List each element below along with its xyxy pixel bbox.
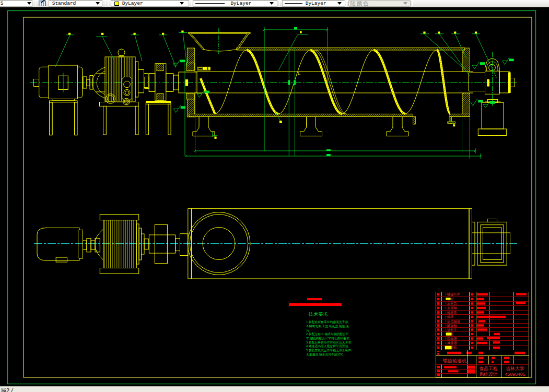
svg-text:轴承: 轴承	[447, 315, 453, 319]
svg-text:螺旋轴: 螺旋轴	[447, 324, 457, 328]
svg-text:4.减速器内注入规定牌号润滑油。: 4.减速器内注入规定牌号润滑油。	[306, 344, 351, 348]
svg-text:出料口: 出料口	[447, 302, 457, 305]
svg-text:2.装配过程中,轴承与轴的配合尺: 2.装配过程中,轴承与轴的配合尺	[306, 332, 349, 336]
svg-text:寸,键连接配合尺寸符合图纸要求。: 寸,键连接配合尺寸符合图纸要求。	[306, 336, 353, 340]
svg-text:螺旋叶片: 螺旋叶片	[447, 292, 460, 296]
svg-text:支撑轴: 支撑轴	[447, 306, 457, 310]
svg-text:定位轴肩: 定位轴肩	[447, 319, 460, 324]
svg-text:轴承盖: 轴承盖	[447, 311, 457, 315]
svg-text:技术要求: 技术要求	[308, 312, 328, 317]
svg-text:无渗漏油,轴承温升不超35℃。: 无渗漏油,轴承温升不超35℃。	[306, 352, 346, 357]
svg-text:系统设计: 系统设计	[479, 372, 497, 377]
svg-text:吉林大学: 吉林大学	[506, 366, 524, 371]
svg-text:45090405: 45090405	[505, 372, 525, 377]
svg-text:污。: 污。	[306, 329, 312, 332]
svg-text:5.整机空载试运转平稳无冲击噪声,: 5.整机空载试运转平稳无冲击噪声,	[306, 348, 352, 352]
svg-text:联轴器: 联轴器	[447, 337, 457, 341]
svg-text:1.装配前所有零件均需清洗干净,: 1.装配前所有零件均需清洗干净,	[306, 320, 349, 324]
svg-text:不得有毛刺,飞边,氧化皮,锈蚀,油: 不得有毛刺,飞边,氧化皮,锈蚀,油	[306, 324, 349, 328]
svg-text:3.装配后各转动件转动灵活无卡滞。: 3.装配后各转动件转动灵活无卡滞。	[306, 340, 354, 345]
svg-text:螺旋输送机: 螺旋输送机	[443, 358, 466, 363]
svg-text:减速器: 减速器	[447, 341, 457, 345]
svg-text:食品工程: 食品工程	[479, 366, 497, 371]
svg-text:进料斗: 进料斗	[447, 328, 457, 332]
